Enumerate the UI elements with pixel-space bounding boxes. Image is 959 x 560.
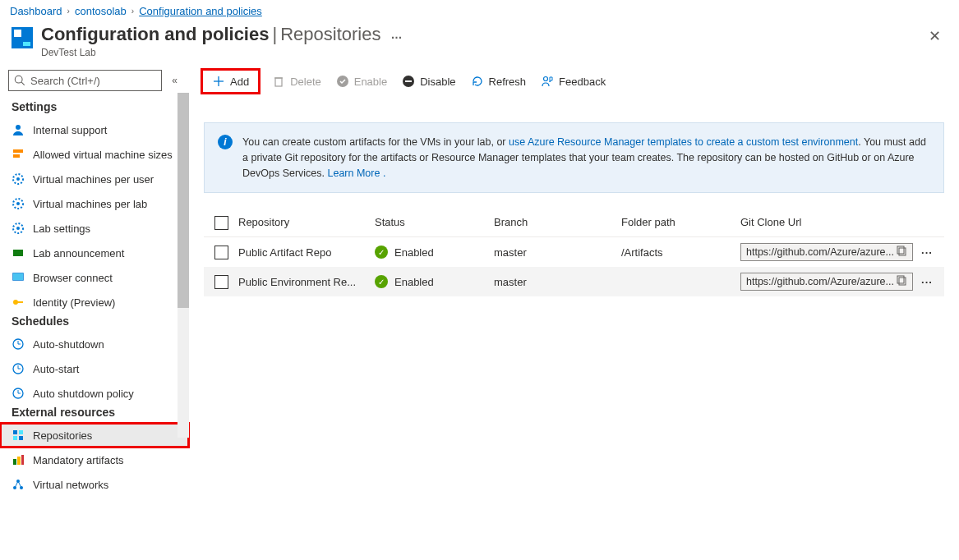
info-link-arm[interactable]: use Azure Resource Manager templates to … bbox=[509, 136, 858, 148]
sidebar-item-label: Auto-shutdown bbox=[33, 338, 104, 351]
page-title: Configuration and policies | Repositorie… bbox=[41, 24, 922, 45]
sidebar-item-auto-shutdown[interactable]: Auto-shutdown bbox=[0, 332, 189, 356]
sidebar-item-label: Virtual networks bbox=[33, 479, 108, 491]
toolbar: Add Delete Enable Disable Refresh Feedba… bbox=[204, 67, 944, 103]
git-clone-url-box[interactable]: https://github.com/Azure/azure... bbox=[740, 273, 913, 291]
svg-rect-29 bbox=[13, 459, 16, 465]
breadcrumb-dashboard[interactable]: Dashboard bbox=[10, 5, 62, 17]
table-row[interactable]: Public Artifact Repo ✓Enabled master /Ar… bbox=[204, 237, 944, 267]
more-icon[interactable]: … bbox=[390, 28, 402, 41]
svg-rect-27 bbox=[13, 436, 17, 440]
svg-point-6 bbox=[16, 177, 20, 181]
sidebar-item-label: Lab settings bbox=[33, 223, 90, 235]
info-link-learn-more[interactable]: Learn More . bbox=[328, 168, 386, 179]
page-header: Configuration and policies | Repositorie… bbox=[0, 22, 959, 67]
person-icon bbox=[12, 123, 25, 136]
svg-rect-47 bbox=[899, 278, 906, 285]
network-icon bbox=[12, 478, 25, 491]
col-header-git[interactable]: Git Clone Url bbox=[740, 216, 913, 230]
repo-icon bbox=[12, 429, 25, 442]
gear-icon bbox=[12, 197, 25, 210]
table-header-row: Repository Status Branch Folder path Git… bbox=[204, 209, 944, 237]
table-row[interactable]: Public Environment Re... ✓Enabled master… bbox=[204, 267, 944, 296]
col-header-repository[interactable]: Repository bbox=[235, 216, 375, 230]
delete-button[interactable]: Delete bbox=[272, 75, 321, 88]
breadcrumb: Dashboard › contosolab › Configuration a… bbox=[0, 0, 959, 22]
sidebar-item-lab-announcement[interactable]: Lab announcement bbox=[0, 241, 189, 265]
svg-point-10 bbox=[16, 227, 20, 230]
svg-rect-31 bbox=[21, 455, 24, 465]
sidebar-item-mandatory-artifacts[interactable]: Mandatory artifacts bbox=[0, 448, 189, 472]
sidebar-item-internal-support[interactable]: Internal support bbox=[0, 117, 189, 142]
repositories-table: Repository Status Branch Folder path Git… bbox=[204, 209, 944, 296]
sidebar-item-allowed-vm-sizes[interactable]: Allowed virtual machine sizes bbox=[0, 142, 189, 167]
sidebar-item-label: Auto-start bbox=[33, 363, 79, 375]
chevron-right-icon: › bbox=[131, 7, 134, 16]
svg-rect-28 bbox=[19, 436, 23, 440]
row-more-icon[interactable]: ··· bbox=[921, 246, 933, 259]
scrollbar-thumb[interactable] bbox=[178, 93, 189, 308]
page-subtitle: DevTest Lab bbox=[41, 47, 922, 58]
trash-icon bbox=[272, 75, 285, 88]
announcement-icon bbox=[12, 246, 25, 259]
sidebar-item-virtual-networks[interactable]: Virtual networks bbox=[0, 472, 189, 497]
cell-folder: /Artifacts bbox=[621, 246, 740, 259]
sidebar-item-identity[interactable]: Identity (Preview) bbox=[0, 290, 189, 314]
copy-icon[interactable] bbox=[897, 246, 907, 259]
breadcrumb-lab[interactable]: contosolab bbox=[75, 5, 127, 17]
gear-icon bbox=[12, 172, 25, 186]
row-checkbox[interactable] bbox=[214, 275, 228, 289]
svg-rect-3 bbox=[13, 149, 23, 153]
copy-icon[interactable] bbox=[897, 275, 907, 288]
status-enabled-icon: ✓ bbox=[375, 246, 388, 259]
feedback-icon bbox=[541, 75, 554, 88]
sidebar-item-label: Virtual machines per user bbox=[33, 173, 154, 186]
feedback-button[interactable]: Feedback bbox=[541, 75, 606, 88]
git-clone-url-box[interactable]: https://github.com/Azure/azure... bbox=[740, 243, 913, 261]
sidebar-item-lab-settings[interactable]: Lab settings bbox=[0, 216, 189, 241]
add-button[interactable]: Add bbox=[204, 71, 257, 91]
sidebar-item-vm-per-user[interactable]: Virtual machines per user bbox=[0, 167, 189, 191]
refresh-icon bbox=[471, 75, 484, 88]
sizes-icon bbox=[12, 148, 25, 161]
disable-button[interactable]: Disable bbox=[402, 75, 455, 88]
close-icon[interactable]: ✕ bbox=[922, 24, 947, 48]
col-header-branch[interactable]: Branch bbox=[494, 216, 621, 230]
sidebar-item-label: Identity (Preview) bbox=[33, 296, 115, 309]
sidebar-item-label: Auto shutdown policy bbox=[33, 388, 134, 400]
breadcrumb-current[interactable]: Configuration and policies bbox=[139, 5, 262, 17]
main-content: Add Delete Enable Disable Refresh Feedba… bbox=[189, 67, 959, 560]
sidebar-item-browser-connect[interactable]: Browser connect bbox=[0, 265, 189, 290]
monitor-icon bbox=[12, 271, 25, 284]
svg-point-0 bbox=[15, 76, 22, 83]
title-main: Configuration and policies bbox=[41, 24, 269, 45]
svg-rect-46 bbox=[897, 246, 904, 254]
select-all-checkbox[interactable] bbox=[214, 216, 228, 230]
artifacts-icon bbox=[12, 453, 25, 466]
search-input[interactable]: Search (Ctrl+/) bbox=[8, 70, 162, 91]
sidebar-item-label: Mandatory artifacts bbox=[33, 454, 124, 466]
col-header-folder[interactable]: Folder path bbox=[621, 216, 740, 230]
git-url-text: https://github.com/Azure/azure... bbox=[746, 276, 894, 287]
svg-line-1 bbox=[21, 82, 25, 85]
sidebar-item-repositories[interactable]: Repositories bbox=[0, 423, 189, 448]
row-more-icon[interactable]: ··· bbox=[921, 276, 933, 288]
col-header-status[interactable]: Status bbox=[375, 216, 494, 230]
info-text-part: You can create custom artifacts for the … bbox=[242, 136, 509, 148]
enable-button[interactable]: Enable bbox=[336, 75, 387, 88]
svg-rect-13 bbox=[13, 273, 23, 280]
sidebar-item-auto-shutdown-policy[interactable]: Auto shutdown policy bbox=[0, 381, 189, 406]
toolbar-label: Delete bbox=[290, 76, 321, 88]
refresh-button[interactable]: Refresh bbox=[471, 75, 527, 88]
sidebar-item-label: Internal support bbox=[33, 124, 107, 136]
sidebar-item-auto-start[interactable]: Auto-start bbox=[0, 356, 189, 381]
row-checkbox[interactable] bbox=[214, 246, 228, 259]
toolbar-label: Disable bbox=[420, 76, 455, 88]
git-url-text: https://github.com/Azure/azure... bbox=[746, 246, 894, 258]
search-icon bbox=[14, 75, 25, 86]
collapse-sidebar-icon[interactable]: « bbox=[168, 71, 181, 90]
cell-branch: master bbox=[494, 276, 621, 288]
devtest-lab-icon bbox=[12, 27, 33, 48]
title-sub: Repositories bbox=[280, 24, 380, 45]
sidebar-item-vm-per-lab[interactable]: Virtual machines per lab bbox=[0, 191, 189, 216]
